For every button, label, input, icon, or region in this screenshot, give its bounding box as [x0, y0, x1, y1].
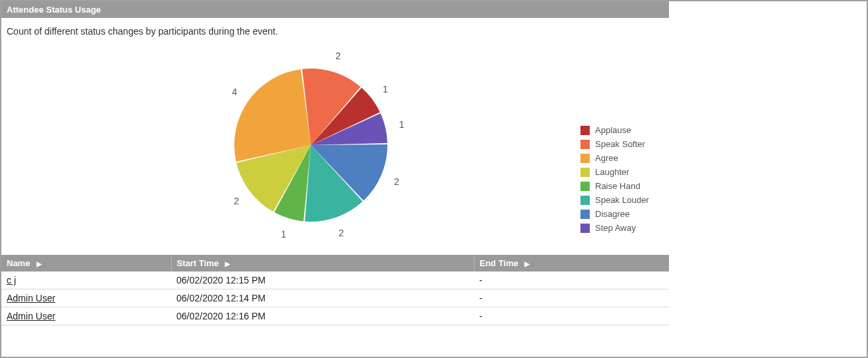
- legend-label: Agree: [595, 153, 618, 163]
- panel-title: Attendee Status Usage: [1, 1, 669, 18]
- pie-slice: [234, 69, 311, 162]
- legend-label: Step Away: [595, 223, 636, 233]
- pie-chart: 12421221: [221, 45, 401, 245]
- end-time-cell: -: [474, 289, 669, 307]
- pie-slice-label: 4: [232, 87, 237, 97]
- legend-swatch-icon: [580, 224, 590, 233]
- legend-label: Disagree: [595, 209, 630, 219]
- pie-slice: [274, 145, 311, 221]
- attendee-name-link[interactable]: Admin User: [7, 293, 55, 303]
- legend-item: Step Away: [580, 223, 649, 233]
- legend-label: Speak Softer: [595, 139, 645, 149]
- pie-slice-label: 1: [383, 84, 388, 94]
- pie-slice: [302, 69, 361, 145]
- legend-swatch-icon: [580, 182, 590, 191]
- legend-swatch-icon: [580, 168, 590, 177]
- pie-slice: [305, 145, 363, 222]
- col-end-label: End Time: [480, 258, 519, 268]
- end-time-cell: -: [474, 307, 669, 325]
- col-end-time[interactable]: End Time ▶: [474, 255, 669, 271]
- table-row: Admin User06/02/2020 12:16 PM-: [1, 307, 669, 325]
- pie-chart-area: 12421221 ApplauseSpeak SofterAgreeLaught…: [1, 42, 669, 255]
- pie-slice-label: 2: [234, 196, 239, 206]
- pie-slice-label: 2: [339, 228, 344, 238]
- attendee-name-link[interactable]: Admin User: [7, 311, 55, 321]
- legend-item: Raise Hand: [580, 181, 649, 191]
- pie-slice-label: 1: [399, 119, 405, 130]
- col-name-label: Name: [7, 258, 30, 268]
- legend-item: Applause: [580, 125, 649, 135]
- pie-slice: [311, 88, 380, 145]
- legend-label: Applause: [595, 125, 631, 135]
- legend-swatch-icon: [580, 140, 590, 149]
- sort-arrow-icon: ▶: [37, 260, 42, 268]
- legend-label: Raise Hand: [595, 181, 640, 191]
- col-start-label: Start Time: [177, 258, 219, 268]
- table-header-row: Name ▶ Start Time ▶ End Time ▶: [1, 255, 669, 271]
- col-start-time[interactable]: Start Time ▶: [171, 255, 474, 271]
- legend-swatch-icon: [580, 196, 590, 205]
- attendee-table: Name ▶ Start Time ▶ End Time ▶ c j06/02/…: [1, 255, 669, 325]
- legend-item: Laughter: [580, 167, 649, 177]
- legend-label: Laughter: [595, 167, 629, 177]
- pie-slice: [311, 113, 387, 145]
- pie-slice-label: 2: [394, 176, 399, 187]
- pie-slice-label: 2: [335, 51, 341, 61]
- table-row: c j06/02/2020 12:15 PM-: [1, 271, 669, 289]
- legend-item: Agree: [580, 153, 649, 163]
- end-time-cell: -: [474, 271, 669, 289]
- attendee-name-link[interactable]: c j: [7, 275, 16, 285]
- legend-item: Speak Softer: [580, 139, 649, 149]
- legend-item: Speak Louder: [580, 195, 649, 205]
- pie-slice-label: 1: [281, 229, 286, 240]
- start-time-cell: 06/02/2020 12:16 PM: [171, 307, 474, 325]
- chart-legend: ApplauseSpeak SofterAgreeLaughterRaise H…: [580, 125, 649, 233]
- col-name[interactable]: Name ▶: [1, 255, 171, 271]
- table-row: Admin User06/02/2020 12:14 PM-: [1, 289, 669, 307]
- attendee-status-panel: Attendee Status Usage Count of different…: [1, 1, 669, 255]
- start-time-cell: 06/02/2020 12:15 PM: [171, 271, 474, 289]
- legend-item: Disagree: [580, 209, 649, 219]
- sort-arrow-icon: ▶: [525, 260, 530, 268]
- legend-swatch-icon: [580, 154, 590, 163]
- sort-arrow-icon: ▶: [225, 260, 230, 268]
- legend-swatch-icon: [580, 210, 590, 219]
- legend-swatch-icon: [580, 126, 590, 135]
- pie-slice: [236, 145, 311, 212]
- report-frame: Attendee Status Usage Count of different…: [0, 0, 868, 358]
- start-time-cell: 06/02/2020 12:14 PM: [171, 289, 474, 307]
- panel-description: Count of different status changes by par…: [1, 18, 669, 42]
- legend-label: Speak Louder: [595, 195, 649, 205]
- pie-slice: [311, 144, 387, 200]
